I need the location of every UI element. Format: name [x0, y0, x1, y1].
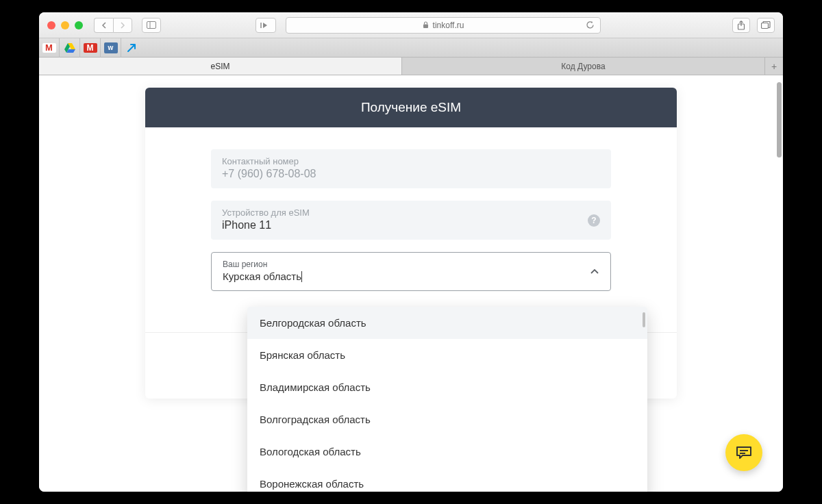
chat-icon: [736, 446, 752, 459]
url-bar[interactable]: tinkoff.ru: [286, 17, 601, 34]
card-header: Получение eSIM: [145, 88, 677, 127]
new-tab-button[interactable]: +: [765, 58, 783, 75]
page-scrollbar[interactable]: [777, 82, 782, 158]
share-button[interactable]: [732, 18, 750, 33]
reader-button[interactable]: [256, 18, 276, 33]
region-label: Ваш регион: [223, 260, 599, 269]
maximize-window-button[interactable]: [75, 21, 83, 29]
page-content: Получение eSIM Контактный номер +7 (960)…: [39, 75, 783, 492]
favorite-gmail[interactable]: M: [39, 38, 60, 58]
help-icon[interactable]: ?: [588, 214, 600, 227]
window-controls: [47, 21, 83, 29]
svg-rect-0: [147, 22, 156, 29]
browser-window: tinkoff.ru M M w: [39, 12, 783, 492]
back-button[interactable]: [94, 18, 113, 33]
favorite-arrow[interactable]: [121, 38, 142, 58]
contact-value: +7 (960) 678-08-08: [222, 168, 600, 180]
dropdown-item[interactable]: Волгоградская область: [247, 403, 647, 436]
dropdown-item[interactable]: Вологодская область: [247, 436, 647, 468]
card-body: Контактный номер +7 (960) 678-08-08 Устр…: [145, 127, 677, 332]
favorites-bar: M M w: [39, 38, 783, 58]
contact-field[interactable]: Контактный номер +7 (960) 678-08-08: [211, 149, 611, 188]
tab-bar: eSIM Код Дурова +: [39, 58, 783, 75]
svg-rect-3: [423, 25, 428, 29]
text-cursor: [301, 271, 302, 282]
favorite-vk[interactable]: w: [101, 38, 121, 58]
dropdown-item[interactable]: Брянская область: [247, 339, 647, 371]
tab-esim[interactable]: eSIM: [39, 58, 402, 75]
contact-label: Контактный номер: [222, 156, 600, 166]
dropdown-item[interactable]: Белгородская область: [247, 307, 647, 339]
tab-label: eSIM: [210, 62, 229, 71]
device-label: Устройство для eSIM: [222, 207, 600, 218]
dropdown-scrollbar[interactable]: [643, 312, 645, 327]
tabs-overview-button[interactable]: [757, 18, 775, 33]
region-dropdown: Белгородская область Брянская область Вл…: [247, 307, 647, 492]
region-field[interactable]: Ваш регион Курская область: [211, 252, 611, 291]
device-field[interactable]: Устройство для eSIM iPhone 11 ?: [211, 201, 611, 240]
tab-label: Код Дурова: [561, 62, 605, 71]
sidebar-toggle-button[interactable]: [142, 18, 161, 33]
close-window-button[interactable]: [47, 21, 55, 29]
favorite-drive[interactable]: [60, 38, 80, 58]
titlebar: tinkoff.ru: [39, 12, 783, 38]
svg-rect-6: [762, 23, 769, 28]
url-text: tinkoff.ru: [433, 21, 464, 30]
titlebar-right: [732, 18, 775, 33]
lock-icon: [423, 21, 429, 29]
nav-group: [94, 18, 132, 33]
device-value: iPhone 11: [222, 219, 600, 231]
minimize-window-button[interactable]: [61, 21, 69, 29]
dropdown-item[interactable]: Владимирская область: [247, 371, 647, 403]
tab-kod-durova[interactable]: Код Дурова: [402, 58, 765, 75]
favorite-gmail-2[interactable]: M: [80, 38, 101, 58]
dropdown-item[interactable]: Воронежская область: [247, 468, 647, 492]
forward-button[interactable]: [113, 18, 132, 33]
region-value: Курская область: [223, 270, 301, 282]
chevron-up-icon[interactable]: [590, 268, 599, 275]
refresh-icon[interactable]: [586, 21, 595, 29]
chat-button[interactable]: [725, 434, 762, 471]
